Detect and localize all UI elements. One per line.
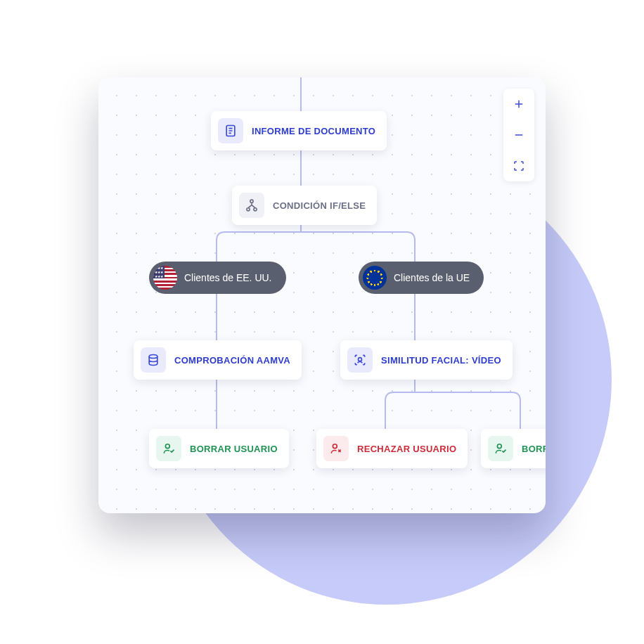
svg-point-13 [254,208,257,211]
node-document-report[interactable]: INFORME DE DOCUMENTO [211,111,387,150]
pill-us-clients[interactable]: Clientes de EE. UU. [149,262,286,294]
pill-label: Clientes de EE. UU. [184,272,272,283]
node-reject-user[interactable]: RECHAZAR USUARIO [316,429,468,468]
zoom-controls [503,89,534,181]
zoom-in-button[interactable] [503,89,534,120]
node-label: BORRAR USUARIO [190,444,278,454]
face-scan-icon [347,347,373,373]
node-label: RECHAZAR USUARIO [357,444,456,454]
zoom-out-button[interactable] [503,120,534,150]
svg-point-16 [165,444,169,449]
database-icon [141,347,166,373]
node-condition[interactable]: CONDICIÓN IF/ELSE [232,186,377,225]
svg-point-11 [250,200,253,202]
user-reject-icon [323,436,349,461]
fullscreen-icon [513,160,525,172]
node-aamva-check[interactable]: COMPROBACIÓN AAMVA [134,340,302,380]
user-check-icon [488,436,513,461]
node-clear-user-left[interactable]: BORRAR USUARIO [149,429,289,468]
user-check-icon [156,436,181,461]
eu-flag-icon [363,266,387,290]
node-label: BORRAR USUARIO [522,444,546,454]
node-facial-similarity[interactable]: SIMILITUD FACIAL: VÍDEO [340,340,513,380]
node-label: CONDICIÓN IF/ELSE [273,200,366,211]
document-icon [218,118,243,143]
pill-eu-clients[interactable]: Clientes de la UE [359,262,484,294]
svg-point-12 [247,208,250,211]
node-clear-user-right[interactable]: BORRAR USUARIO [481,429,546,468]
node-label: COMPROBACIÓN AAMVA [174,355,290,366]
workflow-canvas[interactable]: INFORME DE DOCUMENTO CONDICIÓN IF/ELSE C… [98,77,546,513]
node-label: SIMILITUD FACIAL: VÍDEO [381,355,501,366]
branch-icon [239,193,264,218]
plus-icon [513,98,525,110]
svg-point-18 [497,444,501,449]
node-label: INFORME DE DOCUMENTO [252,126,375,136]
pill-label: Clientes de la UE [394,272,470,283]
minus-icon [513,129,525,141]
svg-point-14 [149,355,157,359]
us-flag-icon [153,266,177,290]
svg-point-17 [333,444,337,449]
fullscreen-button[interactable] [503,150,534,181]
svg-point-15 [359,358,362,361]
